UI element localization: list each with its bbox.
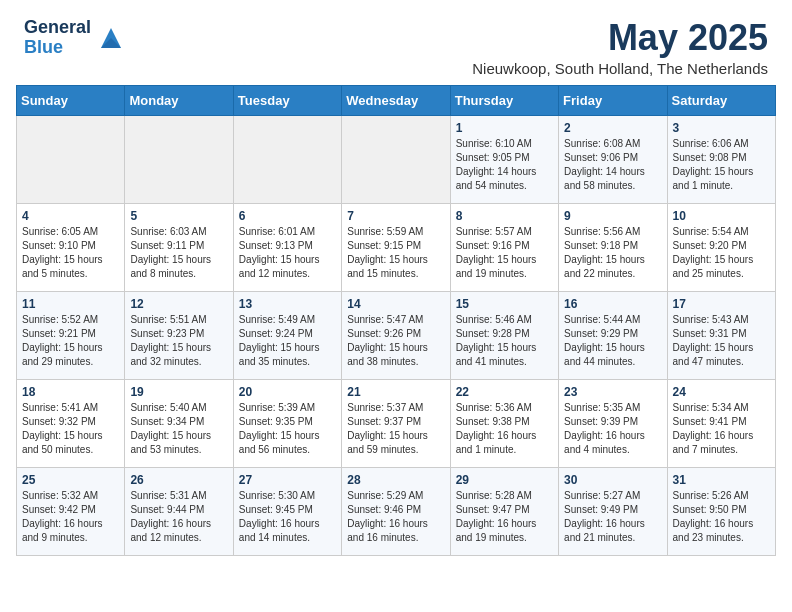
month-title: May 2025	[472, 18, 768, 58]
calendar-cell: 4Sunrise: 6:05 AM Sunset: 9:10 PM Daylig…	[17, 203, 125, 291]
calendar-cell: 26Sunrise: 5:31 AM Sunset: 9:44 PM Dayli…	[125, 467, 233, 555]
day-number: 21	[347, 385, 444, 399]
day-number: 7	[347, 209, 444, 223]
calendar-cell	[17, 115, 125, 203]
day-number: 2	[564, 121, 661, 135]
logo-general: General	[24, 18, 91, 38]
calendar-cell	[125, 115, 233, 203]
calendar-cell: 20Sunrise: 5:39 AM Sunset: 9:35 PM Dayli…	[233, 379, 341, 467]
week-row-4: 18Sunrise: 5:41 AM Sunset: 9:32 PM Dayli…	[17, 379, 776, 467]
day-info: Sunrise: 5:52 AM Sunset: 9:21 PM Dayligh…	[22, 313, 119, 369]
day-info: Sunrise: 5:34 AM Sunset: 9:41 PM Dayligh…	[673, 401, 770, 457]
calendar-cell: 3Sunrise: 6:06 AM Sunset: 9:08 PM Daylig…	[667, 115, 775, 203]
day-info: Sunrise: 5:47 AM Sunset: 9:26 PM Dayligh…	[347, 313, 444, 369]
day-number: 11	[22, 297, 119, 311]
header: General Blue May 2025 Nieuwkoop, South H…	[0, 0, 792, 85]
day-number: 24	[673, 385, 770, 399]
day-info: Sunrise: 6:10 AM Sunset: 9:05 PM Dayligh…	[456, 137, 553, 193]
calendar-cell: 7Sunrise: 5:59 AM Sunset: 9:15 PM Daylig…	[342, 203, 450, 291]
day-number: 31	[673, 473, 770, 487]
day-info: Sunrise: 5:59 AM Sunset: 9:15 PM Dayligh…	[347, 225, 444, 281]
day-number: 25	[22, 473, 119, 487]
calendar-cell: 17Sunrise: 5:43 AM Sunset: 9:31 PM Dayli…	[667, 291, 775, 379]
calendar-cell: 19Sunrise: 5:40 AM Sunset: 9:34 PM Dayli…	[125, 379, 233, 467]
day-number: 15	[456, 297, 553, 311]
calendar-cell: 24Sunrise: 5:34 AM Sunset: 9:41 PM Dayli…	[667, 379, 775, 467]
day-info: Sunrise: 5:39 AM Sunset: 9:35 PM Dayligh…	[239, 401, 336, 457]
day-info: Sunrise: 5:46 AM Sunset: 9:28 PM Dayligh…	[456, 313, 553, 369]
weekday-header-thursday: Thursday	[450, 85, 558, 115]
day-number: 19	[130, 385, 227, 399]
day-number: 14	[347, 297, 444, 311]
day-info: Sunrise: 5:41 AM Sunset: 9:32 PM Dayligh…	[22, 401, 119, 457]
day-info: Sunrise: 6:08 AM Sunset: 9:06 PM Dayligh…	[564, 137, 661, 193]
day-info: Sunrise: 5:31 AM Sunset: 9:44 PM Dayligh…	[130, 489, 227, 545]
calendar-cell: 8Sunrise: 5:57 AM Sunset: 9:16 PM Daylig…	[450, 203, 558, 291]
calendar-cell: 15Sunrise: 5:46 AM Sunset: 9:28 PM Dayli…	[450, 291, 558, 379]
calendar-cell: 21Sunrise: 5:37 AM Sunset: 9:37 PM Dayli…	[342, 379, 450, 467]
week-row-2: 4Sunrise: 6:05 AM Sunset: 9:10 PM Daylig…	[17, 203, 776, 291]
day-info: Sunrise: 5:32 AM Sunset: 9:42 PM Dayligh…	[22, 489, 119, 545]
day-number: 22	[456, 385, 553, 399]
weekday-header-saturday: Saturday	[667, 85, 775, 115]
day-number: 5	[130, 209, 227, 223]
day-info: Sunrise: 6:01 AM Sunset: 9:13 PM Dayligh…	[239, 225, 336, 281]
day-info: Sunrise: 5:35 AM Sunset: 9:39 PM Dayligh…	[564, 401, 661, 457]
calendar-cell: 10Sunrise: 5:54 AM Sunset: 9:20 PM Dayli…	[667, 203, 775, 291]
day-info: Sunrise: 5:54 AM Sunset: 9:20 PM Dayligh…	[673, 225, 770, 281]
day-number: 20	[239, 385, 336, 399]
day-info: Sunrise: 6:03 AM Sunset: 9:11 PM Dayligh…	[130, 225, 227, 281]
day-number: 27	[239, 473, 336, 487]
calendar-cell	[233, 115, 341, 203]
logo: General Blue	[24, 18, 125, 58]
calendar-cell: 18Sunrise: 5:41 AM Sunset: 9:32 PM Dayli…	[17, 379, 125, 467]
calendar-cell: 12Sunrise: 5:51 AM Sunset: 9:23 PM Dayli…	[125, 291, 233, 379]
week-row-5: 25Sunrise: 5:32 AM Sunset: 9:42 PM Dayli…	[17, 467, 776, 555]
day-number: 8	[456, 209, 553, 223]
calendar-cell: 2Sunrise: 6:08 AM Sunset: 9:06 PM Daylig…	[559, 115, 667, 203]
calendar-cell: 13Sunrise: 5:49 AM Sunset: 9:24 PM Dayli…	[233, 291, 341, 379]
calendar-cell: 23Sunrise: 5:35 AM Sunset: 9:39 PM Dayli…	[559, 379, 667, 467]
day-number: 28	[347, 473, 444, 487]
day-info: Sunrise: 5:30 AM Sunset: 9:45 PM Dayligh…	[239, 489, 336, 545]
day-number: 16	[564, 297, 661, 311]
week-row-3: 11Sunrise: 5:52 AM Sunset: 9:21 PM Dayli…	[17, 291, 776, 379]
weekday-header-monday: Monday	[125, 85, 233, 115]
day-info: Sunrise: 5:28 AM Sunset: 9:47 PM Dayligh…	[456, 489, 553, 545]
logo-blue: Blue	[24, 38, 91, 58]
calendar-cell: 30Sunrise: 5:27 AM Sunset: 9:49 PM Dayli…	[559, 467, 667, 555]
day-number: 17	[673, 297, 770, 311]
calendar-cell	[342, 115, 450, 203]
calendar-cell: 27Sunrise: 5:30 AM Sunset: 9:45 PM Dayli…	[233, 467, 341, 555]
day-info: Sunrise: 5:57 AM Sunset: 9:16 PM Dayligh…	[456, 225, 553, 281]
weekday-header-friday: Friday	[559, 85, 667, 115]
calendar-cell: 5Sunrise: 6:03 AM Sunset: 9:11 PM Daylig…	[125, 203, 233, 291]
day-number: 23	[564, 385, 661, 399]
day-number: 29	[456, 473, 553, 487]
day-number: 30	[564, 473, 661, 487]
calendar-cell: 14Sunrise: 5:47 AM Sunset: 9:26 PM Dayli…	[342, 291, 450, 379]
calendar-wrapper: SundayMondayTuesdayWednesdayThursdayFrid…	[0, 85, 792, 572]
day-info: Sunrise: 5:44 AM Sunset: 9:29 PM Dayligh…	[564, 313, 661, 369]
calendar-cell: 29Sunrise: 5:28 AM Sunset: 9:47 PM Dayli…	[450, 467, 558, 555]
location-subtitle: Nieuwkoop, South Holland, The Netherland…	[472, 60, 768, 77]
day-info: Sunrise: 5:51 AM Sunset: 9:23 PM Dayligh…	[130, 313, 227, 369]
day-number: 10	[673, 209, 770, 223]
day-info: Sunrise: 5:26 AM Sunset: 9:50 PM Dayligh…	[673, 489, 770, 545]
day-info: Sunrise: 5:43 AM Sunset: 9:31 PM Dayligh…	[673, 313, 770, 369]
calendar-cell: 9Sunrise: 5:56 AM Sunset: 9:18 PM Daylig…	[559, 203, 667, 291]
day-info: Sunrise: 5:29 AM Sunset: 9:46 PM Dayligh…	[347, 489, 444, 545]
calendar-cell: 31Sunrise: 5:26 AM Sunset: 9:50 PM Dayli…	[667, 467, 775, 555]
day-info: Sunrise: 5:36 AM Sunset: 9:38 PM Dayligh…	[456, 401, 553, 457]
weekday-header-sunday: Sunday	[17, 85, 125, 115]
week-row-1: 1Sunrise: 6:10 AM Sunset: 9:05 PM Daylig…	[17, 115, 776, 203]
calendar-cell: 6Sunrise: 6:01 AM Sunset: 9:13 PM Daylig…	[233, 203, 341, 291]
day-number: 26	[130, 473, 227, 487]
day-number: 6	[239, 209, 336, 223]
day-number: 13	[239, 297, 336, 311]
day-number: 9	[564, 209, 661, 223]
calendar-cell: 22Sunrise: 5:36 AM Sunset: 9:38 PM Dayli…	[450, 379, 558, 467]
calendar-cell: 25Sunrise: 5:32 AM Sunset: 9:42 PM Dayli…	[17, 467, 125, 555]
logo-icon	[97, 24, 125, 52]
day-info: Sunrise: 5:56 AM Sunset: 9:18 PM Dayligh…	[564, 225, 661, 281]
